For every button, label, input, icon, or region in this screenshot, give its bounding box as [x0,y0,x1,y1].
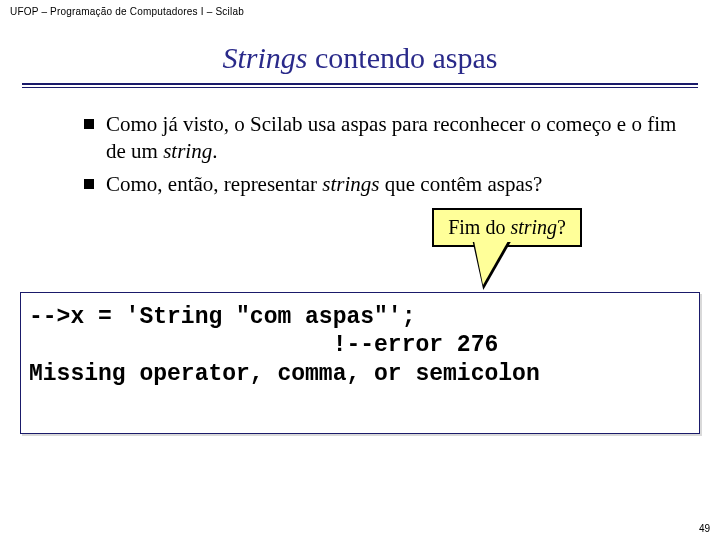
bullet-item: Como já visto, o Scilab usa aspas para r… [84,111,680,165]
callout-text: Fim do [448,216,510,238]
bullet-text: que contêm aspas? [380,172,543,196]
code-box: -->x = 'String "com aspas"'; !--error 27… [20,292,700,434]
title-italic: Strings [223,41,308,74]
bullet-italic: strings [322,172,379,196]
page-number: 49 [699,523,710,534]
slide-title: Strings contendo aspas [0,41,720,75]
bullet-text: Como, então, representar [106,172,322,196]
bullet-item: Como, então, representar strings que con… [84,171,680,198]
title-rule [22,83,698,87]
course-header: UFOP – Programação de Computadores I – S… [0,0,720,19]
title-rest: contendo aspas [308,41,498,74]
callout-italic: string [510,216,557,238]
bullet-list: Como já visto, o Scilab usa aspas para r… [44,111,680,198]
bullet-italic: string [163,139,212,163]
callout-area: Fim do string? [40,206,680,292]
bullet-text: . [212,139,217,163]
callout-text: ? [557,216,566,238]
